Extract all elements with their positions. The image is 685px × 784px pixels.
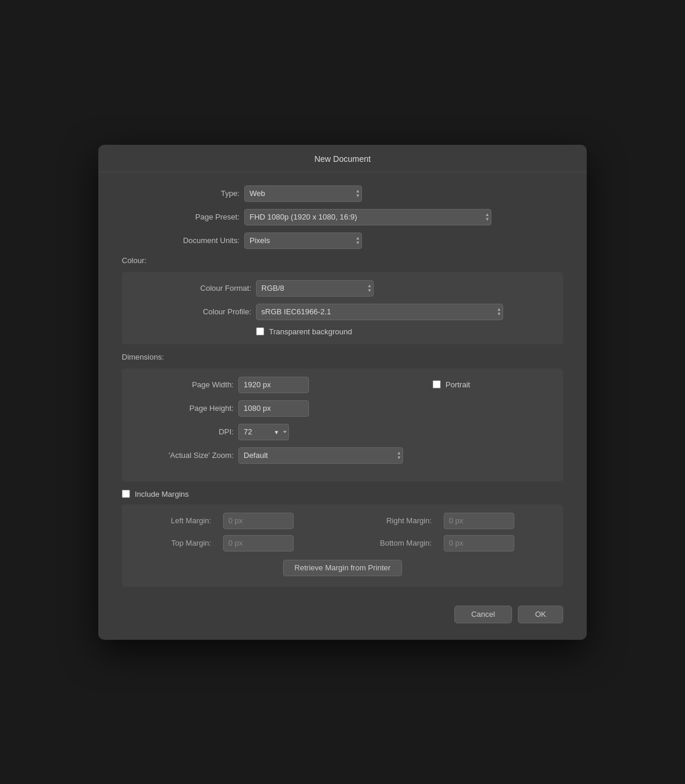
document-units-select[interactable]: Pixels Inches Centimetres Millimetres Po… xyxy=(244,232,362,249)
portrait-label: Portrait xyxy=(445,380,470,389)
top-margin-input[interactable] xyxy=(223,535,294,552)
bottom-margin-input[interactable] xyxy=(444,535,514,552)
new-document-dialog: New Document Type: Web Print Devices ▲ ▼… xyxy=(98,145,587,640)
type-row: Type: Web Print Devices ▲ ▼ xyxy=(122,185,563,202)
page-width-label: Page Width: xyxy=(134,380,234,389)
page-height-row: Page Height: xyxy=(134,400,403,417)
colour-profile-label: Colour Profile: xyxy=(134,307,251,316)
page-width-row: Page Width: xyxy=(134,377,403,393)
colour-profile-row: Colour Profile: sRGB IEC61966-2.1 ▲ ▼ xyxy=(134,304,551,320)
page-width-input[interactable] xyxy=(238,377,309,393)
dpi-row: DPI: ▾ xyxy=(134,424,403,440)
retrieve-margin-button[interactable]: Retrieve Margin from Printer xyxy=(283,560,401,576)
dialog-footer: Cancel OK xyxy=(98,595,587,623)
colour-profile-select[interactable]: sRGB IEC61966-2.1 xyxy=(256,304,503,320)
actual-size-zoom-select[interactable]: Default xyxy=(238,447,403,464)
bottom-margin-label: Bottom Margin: xyxy=(342,539,431,547)
page-height-label: Page Height: xyxy=(134,404,234,413)
page-preset-row: Page Preset: FHD 1080p (1920 x 1080, 16:… xyxy=(122,209,563,225)
right-margin-input[interactable] xyxy=(444,513,514,529)
type-label: Type: xyxy=(122,189,240,198)
dimensions-section-title: Dimensions: xyxy=(122,353,563,361)
document-units-row: Document Units: Pixels Inches Centimetre… xyxy=(122,232,563,249)
page-preset-select[interactable]: FHD 1080p (1920 x 1080, 16:9) xyxy=(244,209,491,225)
page-height-input[interactable] xyxy=(238,400,309,417)
cancel-button[interactable]: Cancel xyxy=(454,606,512,623)
colour-format-row: Colour Format: RGB/8 RGB/16 CMYK/8 Greys… xyxy=(134,280,551,297)
left-margin-label: Left Margin: xyxy=(134,516,211,525)
transparent-bg-checkbox[interactable] xyxy=(256,327,264,335)
colour-section: Colour Format: RGB/8 RGB/16 CMYK/8 Greys… xyxy=(122,272,563,344)
colour-format-label: Colour Format: xyxy=(134,284,251,293)
include-margins-checkbox[interactable] xyxy=(122,490,130,498)
margins-section: Left Margin: Right Margin: Top Margin: B… xyxy=(122,504,563,587)
type-select[interactable]: Web Print Devices xyxy=(244,185,362,202)
include-margins-label: Include Margins xyxy=(135,490,189,499)
actual-size-zoom-row: 'Actual Size' Zoom: Default ▲ ▼ xyxy=(134,447,403,464)
dpi-label: DPI: xyxy=(134,427,234,436)
ok-button[interactable]: OK xyxy=(518,606,563,623)
dpi-input[interactable] xyxy=(238,424,274,440)
left-margin-input[interactable] xyxy=(223,513,294,529)
dimensions-section: Page Width: Page Height: DPI: xyxy=(122,368,563,481)
dialog-title: New Document xyxy=(98,145,587,172)
top-margin-label: Top Margin: xyxy=(134,539,211,547)
transparent-bg-row: Transparent background xyxy=(256,327,551,336)
transparent-bg-label: Transparent background xyxy=(269,327,352,336)
colour-section-title: Colour: xyxy=(122,256,563,265)
include-margins-row: Include Margins xyxy=(122,490,563,499)
document-units-label: Document Units: xyxy=(122,236,240,245)
portrait-checkbox[interactable] xyxy=(433,380,441,388)
actual-size-zoom-label: 'Actual Size' Zoom: xyxy=(134,451,234,460)
dpi-dropdown[interactable]: ▾ xyxy=(274,424,289,440)
right-margin-label: Right Margin: xyxy=(342,516,431,525)
colour-format-select[interactable]: RGB/8 RGB/16 CMYK/8 Greyscale/8 xyxy=(256,280,374,297)
page-preset-label: Page Preset: xyxy=(122,212,240,221)
portrait-area: Portrait xyxy=(433,380,470,389)
